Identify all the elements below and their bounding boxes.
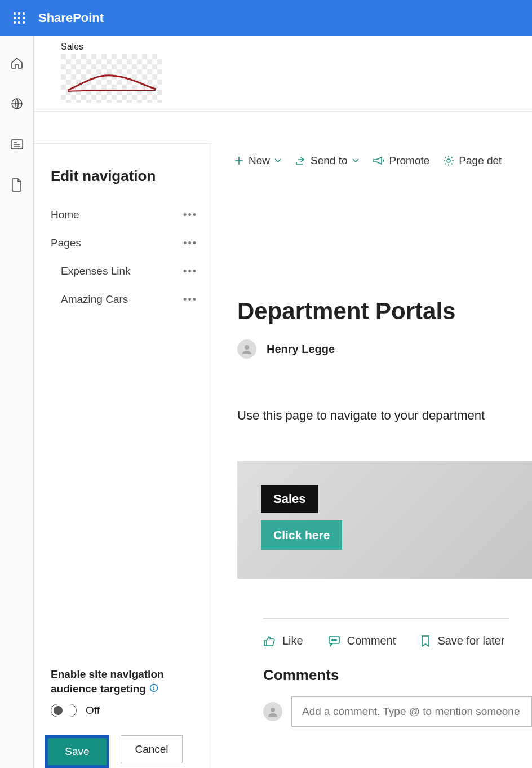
nav-item-label: Pages xyxy=(51,237,81,249)
like-icon xyxy=(263,635,276,647)
svg-point-24 xyxy=(335,639,336,641)
svg-point-4 xyxy=(18,17,20,19)
site-header: Sales xyxy=(34,36,532,112)
comment-input[interactable] xyxy=(291,696,532,727)
rail-home-button[interactable] xyxy=(7,53,27,73)
nav-item-amazing-cars[interactable]: Amazing Cars ••• xyxy=(34,285,211,314)
comment-input-row xyxy=(237,684,532,727)
nav-item-label: Amazing Cars xyxy=(61,293,128,306)
audience-toggle[interactable] xyxy=(51,704,77,717)
main-content: New Send to Promote Page det xyxy=(211,143,532,768)
send-to-label: Send to xyxy=(311,155,348,167)
hero-label: Sales xyxy=(261,485,318,513)
avatar[interactable] xyxy=(263,702,282,721)
audience-toggle-label: Off xyxy=(86,704,100,717)
svg-point-25 xyxy=(271,708,275,712)
gear-icon xyxy=(443,155,454,166)
svg-point-19 xyxy=(447,159,450,162)
more-icon[interactable]: ••• xyxy=(183,209,197,221)
navigation-list: Home ••• Pages ••• Expenses Link ••• Ama… xyxy=(34,201,211,314)
left-icon-rail xyxy=(0,36,34,768)
new-button[interactable]: New xyxy=(234,155,281,167)
cancel-button[interactable]: Cancel xyxy=(121,735,183,763)
page-details-label: Page det xyxy=(459,155,502,167)
megaphone-icon xyxy=(373,156,385,165)
svg-point-7 xyxy=(18,21,20,24)
audience-targeting-section: Enable site navigation audience targetin… xyxy=(34,667,211,725)
new-label: New xyxy=(249,155,270,167)
svg-point-1 xyxy=(18,12,20,15)
car-logo-icon xyxy=(66,68,157,95)
svg-point-22 xyxy=(332,639,333,641)
svg-point-8 xyxy=(23,21,25,24)
comment-label: Comment xyxy=(347,634,396,647)
svg-point-6 xyxy=(14,21,16,24)
avatar[interactable] xyxy=(237,339,256,359)
waffle-icon xyxy=(13,12,25,24)
more-icon[interactable]: ••• xyxy=(183,294,197,306)
audience-title-line2: audience targeting xyxy=(51,682,146,697)
send-to-button[interactable]: Send to xyxy=(295,155,359,167)
rail-file-button[interactable] xyxy=(7,175,27,195)
file-icon xyxy=(11,178,23,192)
audience-title-line1: Enable site navigation xyxy=(51,667,164,682)
more-icon[interactable]: ••• xyxy=(183,237,197,249)
suite-brand[interactable]: SharePoint xyxy=(38,11,104,25)
svg-point-5 xyxy=(23,17,25,19)
comments-heading: Comments xyxy=(237,647,532,684)
chevron-down-icon xyxy=(274,158,281,164)
share-icon xyxy=(295,156,306,166)
globe-icon xyxy=(10,97,24,111)
hero-click-here-button[interactable]: Click here xyxy=(261,520,342,550)
page-author-row: Henry Legge xyxy=(237,339,532,359)
command-bar: New Send to Promote Page det xyxy=(211,143,532,178)
promote-label: Promote xyxy=(389,155,430,167)
like-button[interactable]: Like xyxy=(263,634,303,647)
save-for-later-label: Save for later xyxy=(437,634,504,647)
svg-point-2 xyxy=(23,12,25,15)
rail-globe-button[interactable] xyxy=(7,94,27,114)
nav-item-pages[interactable]: Pages ••• xyxy=(34,229,211,257)
svg-point-16 xyxy=(153,686,154,687)
nav-item-home[interactable]: Home ••• xyxy=(34,201,211,229)
page-title-area: Department Portals Henry Legge Use this … xyxy=(211,285,532,727)
author-name[interactable]: Henry Legge xyxy=(267,343,335,356)
promote-button[interactable]: Promote xyxy=(373,155,430,167)
nav-item-label: Home xyxy=(51,209,79,221)
svg-point-0 xyxy=(14,12,16,15)
comment-icon xyxy=(328,635,340,647)
nav-item-expenses-link[interactable]: Expenses Link ••• xyxy=(34,257,211,285)
like-label: Like xyxy=(282,634,303,647)
chevron-down-icon xyxy=(352,158,359,164)
nav-button-row: Save Cancel xyxy=(34,725,211,768)
social-bar: Like Comment Save for later xyxy=(237,619,532,647)
site-name: Sales xyxy=(61,42,532,52)
page-title: Department Portals xyxy=(237,298,532,325)
bookmark-icon xyxy=(420,635,431,647)
rail-news-button[interactable] xyxy=(7,134,27,155)
comment-button[interactable]: Comment xyxy=(328,634,396,647)
person-icon xyxy=(267,705,279,718)
page-details-button[interactable]: Page det xyxy=(443,155,502,167)
save-for-later-button[interactable]: Save for later xyxy=(420,634,504,647)
nav-item-label: Expenses Link xyxy=(61,265,131,277)
save-highlight: Save xyxy=(45,735,109,768)
home-icon xyxy=(10,56,24,70)
suite-top-bar: SharePoint xyxy=(0,0,532,36)
app-launcher-button[interactable] xyxy=(5,3,34,33)
page-canvas: Department Portals Henry Legge Use this … xyxy=(211,285,532,727)
save-button[interactable]: Save xyxy=(48,738,107,765)
hero-tile[interactable]: Sales Click here xyxy=(237,461,532,579)
more-icon[interactable]: ••• xyxy=(183,266,197,277)
person-icon xyxy=(241,343,253,355)
svg-point-23 xyxy=(334,639,335,641)
plus-icon xyxy=(234,156,244,166)
page-description: Use this page to navigate to your depart… xyxy=(237,408,532,423)
svg-point-3 xyxy=(14,17,16,19)
news-icon xyxy=(10,138,24,151)
svg-point-20 xyxy=(245,345,249,350)
svg-rect-10 xyxy=(11,140,23,149)
site-logo[interactable] xyxy=(61,54,162,103)
info-icon[interactable] xyxy=(149,682,158,697)
edit-navigation-panel: Edit navigation Home ••• Pages ••• Expen… xyxy=(34,143,211,768)
